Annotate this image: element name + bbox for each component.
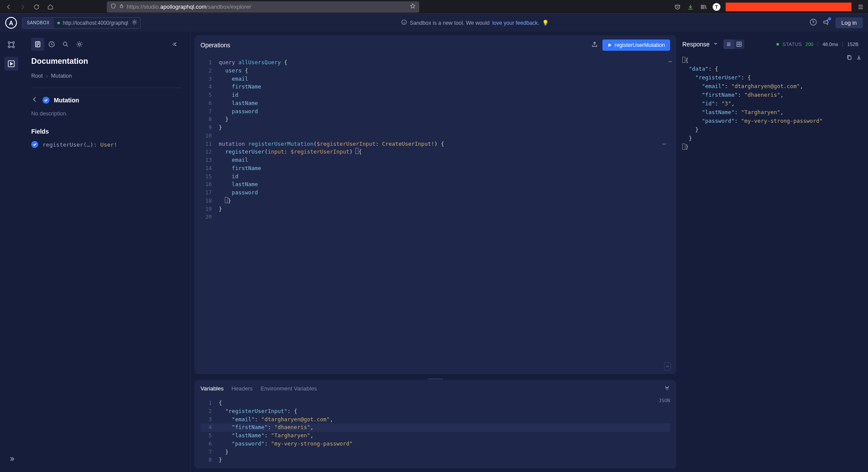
history-tab-icon[interactable] — [45, 38, 58, 51]
svg-point-3 — [810, 19, 816, 25]
crumb-root[interactable]: Root — [31, 73, 43, 79]
tab-env-variables[interactable]: Environment Variables — [260, 385, 317, 392]
more-dots-icon[interactable]: ⋯ — [668, 58, 672, 66]
svg-point-12 — [79, 43, 81, 46]
collapse-variables-icon[interactable] — [664, 384, 670, 392]
response-title: Response — [682, 41, 710, 48]
docs-tab-icon[interactable] — [31, 38, 44, 51]
svg-point-11 — [63, 42, 67, 46]
json-badge[interactable]: JSON — [659, 397, 671, 405]
status-dot-icon — [57, 22, 60, 24]
settings-tab-icon[interactable] — [73, 38, 86, 51]
operations-editor[interactable]: 1query allUsersQuery {2 users {3 email4 … — [194, 55, 676, 374]
tab-headers[interactable]: Headers — [231, 385, 253, 392]
main-content: Documentation Root › Mutation Mutation N… — [0, 32, 868, 472]
explorer-nav-icon[interactable] — [4, 57, 18, 71]
copy-icon[interactable] — [845, 53, 853, 64]
fields-heading: Fields — [31, 128, 182, 135]
keyboard-shortcut-icon[interactable]: ⌨ — [664, 362, 671, 370]
breadcrumb: Root › Mutation — [31, 73, 182, 79]
collapse-rail-icon[interactable] — [4, 452, 18, 466]
chevron-down-icon[interactable] — [713, 40, 718, 48]
status-dot-icon — [776, 43, 779, 46]
svg-point-5 — [13, 42, 14, 43]
crumb-mutation[interactable]: Mutation — [51, 73, 72, 79]
table-view-icon[interactable] — [734, 39, 744, 49]
svg-rect-0 — [120, 6, 123, 8]
notification-dot — [828, 17, 831, 20]
status-bar: STATUS 200 48.0ms 152B — [776, 42, 858, 47]
info-icon — [401, 19, 407, 26]
back-button[interactable] — [3, 2, 14, 12]
play-icon — [608, 43, 612, 47]
check-circle-icon[interactable] — [43, 97, 49, 104]
run-button[interactable]: registerUserMutation — [602, 39, 670, 51]
check-circle-icon[interactable] — [31, 141, 38, 148]
bookmark-star-icon[interactable] — [410, 3, 416, 10]
shield-icon — [110, 3, 116, 10]
tab-variables[interactable]: Variables — [201, 385, 224, 392]
share-icon[interactable] — [591, 41, 598, 49]
description-text: No description. — [31, 111, 182, 117]
list-view-icon[interactable] — [723, 39, 734, 49]
collapse-sidebar-icon[interactable] — [169, 38, 182, 51]
nav-rail — [0, 32, 23, 472]
field-row[interactable]: registerUser(…): User! — [31, 141, 182, 148]
help-icon[interactable] — [809, 18, 817, 28]
variables-panel: Variables Headers Environment Variables … — [194, 380, 676, 469]
forward-button[interactable] — [17, 2, 28, 12]
view-toggle — [723, 39, 744, 49]
operations-title: Operations — [201, 42, 230, 49]
svg-point-7 — [13, 46, 14, 48]
url-bar[interactable]: https://studio.apollographql.com/sandbox… — [107, 1, 419, 13]
pocket-icon[interactable] — [674, 3, 681, 11]
banner-message: Sandbox is a new tool. We would love you… — [146, 19, 804, 26]
schema-nav-icon[interactable] — [4, 38, 18, 52]
reload-button[interactable] — [31, 2, 42, 12]
svg-point-6 — [8, 46, 10, 48]
lightbulb-icon: 💡 — [542, 20, 549, 26]
app-header: A SANDBOX http://localhost:4000/graphql … — [0, 14, 868, 32]
browser-chrome: https://studio.apollographql.com/sandbox… — [0, 0, 868, 14]
mutation-heading: Mutation — [54, 97, 79, 104]
login-button[interactable]: Log in — [835, 17, 863, 28]
svg-rect-14 — [848, 56, 851, 59]
download-response-icon[interactable] — [855, 53, 863, 64]
apollo-logo[interactable]: A — [5, 17, 17, 29]
download-icon[interactable] — [687, 3, 694, 11]
back-arrow-icon[interactable] — [31, 96, 38, 105]
menu-burger-icon[interactable] — [857, 3, 865, 11]
announcements-icon[interactable] — [822, 18, 830, 28]
svg-point-4 — [8, 42, 10, 43]
operations-panel: Operations registerUserMutation 1query a… — [194, 35, 676, 374]
svg-point-1 — [134, 21, 135, 23]
library-icon[interactable] — [700, 3, 707, 11]
center-column: Operations registerUserMutation 1query a… — [191, 32, 676, 472]
search-tab-icon[interactable] — [59, 38, 72, 51]
account-icon[interactable]: T — [713, 3, 720, 11]
url-text: https://studio.apollographql.com/sandbox… — [127, 3, 251, 10]
redacted-extension-bar — [726, 3, 852, 11]
endpoint-settings-icon[interactable] — [132, 19, 140, 27]
doc-title: Documentation — [31, 57, 182, 66]
home-button[interactable] — [45, 2, 56, 12]
variables-editor[interactable]: JSON 1{2 "registerUserInput": {3 "email"… — [194, 397, 676, 469]
lock-icon — [119, 3, 124, 10]
documentation-sidebar: Documentation Root › Mutation Mutation N… — [23, 32, 191, 472]
response-body[interactable]: { "data": { "registerUser": { "email": "… — [676, 53, 865, 469]
divider — [31, 88, 182, 88]
feedback-link[interactable]: love your feedback. — [492, 20, 539, 26]
sandbox-endpoint[interactable]: SANDBOX http://localhost:4000/graphql — [22, 17, 141, 29]
response-column: Response STATUS 200 48.0ms 152B — [676, 32, 868, 472]
